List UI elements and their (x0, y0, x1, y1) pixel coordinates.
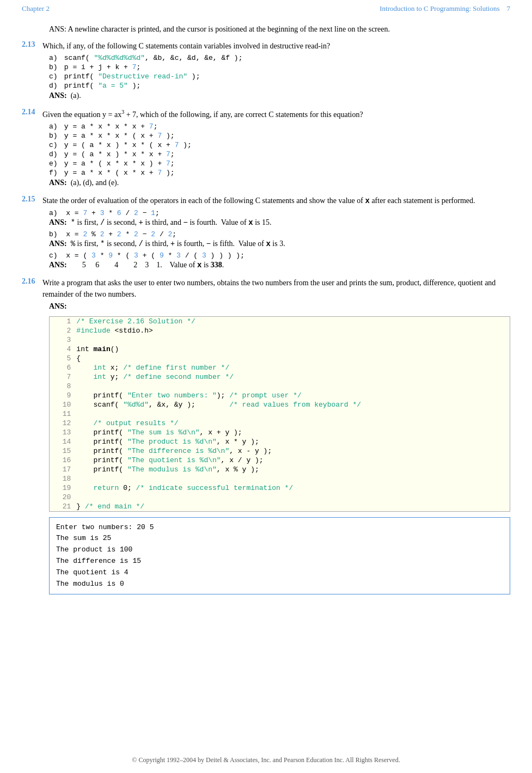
output-line-1: Enter two numbers: 20 5 (56, 522, 503, 533)
line-code-12: /* output results */ (75, 419, 510, 428)
line-num-5: 5 (50, 354, 75, 363)
item-2-14-f: f) y = a * x * ( x * x + 7 ); (49, 169, 510, 177)
problem-body-2-15: a) x = 7 + 3 * 6 / 2 − 1; ANS: * is firs… (49, 209, 510, 269)
line-code-20 (75, 493, 510, 502)
line-num-11: 11 (50, 409, 75, 419)
ans-intro: ANS: A newline character is printed, and… (49, 25, 510, 34)
line-code-3 (75, 335, 510, 345)
code-line-20: 20 (50, 493, 510, 502)
line-num-8: 8 (50, 382, 75, 391)
ans-2-15-a: ANS: * is first, / is second, + is third… (49, 218, 510, 227)
code-line-2: 2 #include <stdio.h> (50, 326, 510, 335)
line-code-15: printf( "The difference is %d\n", x - y … (75, 446, 510, 456)
line-code-2: #include <stdio.h> (75, 326, 510, 335)
line-num-21: 21 (50, 502, 75, 511)
line-num-12: 12 (50, 419, 75, 428)
header-title: Introduction to C Programming: Solutions (380, 4, 499, 13)
ans-2-16-label: ANS: (49, 302, 510, 311)
item-2-14-d: d) y = ( a * x ) * x * x + 7; (49, 150, 510, 158)
problem-text-2-14: Given the equation y = ax3 + 7, which of… (42, 108, 510, 120)
problem-num-2-13: 2.13 (22, 40, 42, 49)
header-page: 7 (507, 4, 511, 13)
line-code-10: scanf( "%d%d", &x, &y ); /* read values … (75, 400, 510, 409)
code-line-16: 16 printf( "The quotient is %d\n", x / y… (50, 456, 510, 465)
code-line-3: 3 (50, 335, 510, 345)
problem-num-2-16: 2.16 (22, 277, 42, 286)
line-code-6: int x; /* define first number */ (75, 363, 510, 372)
problem-text-2-15: State the order of evaluation of the ope… (42, 195, 510, 207)
line-num-13: 13 (50, 428, 75, 437)
code-line-1: 1 /* Exercise 2.16 Solution */ (50, 317, 510, 326)
line-code-7: int y; /* define second number */ (75, 372, 510, 382)
line-code-11 (75, 409, 510, 419)
line-num-7: 7 (50, 372, 75, 382)
header-chapter: Chapter 2 (22, 4, 50, 13)
line-num-10: 10 (50, 400, 75, 409)
line-num-14: 14 (50, 437, 75, 446)
line-num-19: 19 (50, 483, 75, 493)
item-2-14-a: a) y = a * x * x * x + 7; (49, 122, 510, 131)
code-line-13: 13 printf( "The sum is %d\n", x + y ); (50, 428, 510, 437)
code-line-9: 9 printf( "Enter two numbers: "); /* pro… (50, 391, 510, 400)
problem-2-14: 2.14 Given the equation y = ax3 + 7, whi… (22, 108, 510, 187)
code-line-8: 8 (50, 382, 510, 391)
line-num-17: 17 (50, 465, 75, 474)
page-content: ANS: A newline character is printed, and… (0, 15, 532, 613)
line-code-8 (75, 382, 510, 391)
item-2-13-d: d) printf( "a = 5" ); (49, 82, 510, 90)
line-code-13: printf( "The sum is %d\n", x + y ); (75, 428, 510, 437)
problem-num-2-14: 2.14 (22, 108, 42, 116)
line-num-1: 1 (50, 317, 75, 326)
line-code-16: printf( "The quotient is %d\n", x / y ); (75, 456, 510, 465)
header-title-page: Introduction to C Programming: Solutions… (380, 4, 510, 13)
line-code-5: { (75, 354, 510, 363)
item-2-14-c: c) y = ( a * x ) * x * ( x + 7 ); (49, 141, 510, 149)
problem-2-16: 2.16 Write a program that asks the user … (22, 277, 510, 595)
code-table: 1 /* Exercise 2.16 Solution */ 2 #includ… (50, 317, 510, 511)
item-2-13-b: b) p = i + j + k + 7; (49, 63, 510, 71)
line-num-15: 15 (50, 446, 75, 456)
line-code-1: /* Exercise 2.16 Solution */ (75, 317, 510, 326)
problem-text-2-13: Which, if any, of the following C statem… (42, 40, 510, 52)
output-line-5: The quotient is 4 (56, 567, 503, 579)
line-num-4: 4 (50, 345, 75, 354)
subproblem-2-15-a-code: a) x = 7 + 3 * 6 / 2 − 1; (49, 209, 510, 217)
page-header: Chapter 2 Introduction to C Programming:… (0, 0, 532, 15)
line-num-20: 20 (50, 493, 75, 502)
output-line-2: The sum is 25 (56, 533, 503, 544)
line-num-18: 18 (50, 474, 75, 483)
code-line-19: 19 return 0; /* indicate successful term… (50, 483, 510, 493)
line-num-16: 16 (50, 456, 75, 465)
line-code-9: printf( "Enter two numbers: "); /* promp… (75, 391, 510, 400)
subproblem-2-15-b-code: b) x = 2 % 2 + 2 * 2 − 2 / 2; (49, 230, 510, 238)
code-line-18: 18 (50, 474, 510, 483)
ans-2-15-b: ANS: % is first, * is second, / is third… (49, 240, 510, 248)
code-line-12: 12 /* output results */ (50, 419, 510, 428)
code-line-14: 14 printf( "The product is %d\n", x * y … (50, 437, 510, 446)
code-line-11: 11 (50, 409, 510, 419)
item-2-13-a: a) scanf( "%d%d%d%d%d", &b, &c, &d, &e, … (49, 54, 510, 62)
ans-2-14: ANS: (a), (d), and (e). (49, 179, 510, 187)
problem-body-2-13: a) scanf( "%d%d%d%d%d", &b, &c, &d, &e, … (49, 54, 510, 100)
item-2-14-e: e) y = a * ( x * x * x ) + 7; (49, 159, 510, 168)
code-line-21: 21 } /* end main */ (50, 502, 510, 511)
line-num-9: 9 (50, 391, 75, 400)
output-block: Enter two numbers: 20 5 The sum is 25 Th… (49, 517, 510, 595)
code-line-7: 7 int y; /* define second number */ (50, 372, 510, 382)
code-block: 1 /* Exercise 2.16 Solution */ 2 #includ… (49, 316, 510, 512)
line-num-3: 3 (50, 335, 75, 345)
problem-body-2-16: ANS: 1 /* Exercise 2.16 Solution */ 2 #i… (49, 302, 510, 595)
ans-2-13: ANS: (a). (49, 91, 510, 100)
line-num-2: 2 (50, 326, 75, 335)
code-line-17: 17 printf( "The modulus is %d\n", x % y … (50, 465, 510, 474)
problem-2-13: 2.13 Which, if any, of the following C s… (22, 40, 510, 100)
line-code-17: printf( "The modulus is %d\n", x % y ); (75, 465, 510, 474)
problem-2-15: 2.15 State the order of evaluation of th… (22, 195, 510, 269)
line-code-19: return 0; /* indicate successful termina… (75, 483, 510, 493)
line-code-14: printf( "The product is %d\n", x * y ); (75, 437, 510, 446)
line-code-4: int main() (75, 345, 510, 354)
code-line-15: 15 printf( "The difference is %d\n", x -… (50, 446, 510, 456)
output-line-6: The modulus is 0 (56, 579, 503, 590)
line-code-18 (75, 474, 510, 483)
code-line-4: 4 int main() (50, 345, 510, 354)
